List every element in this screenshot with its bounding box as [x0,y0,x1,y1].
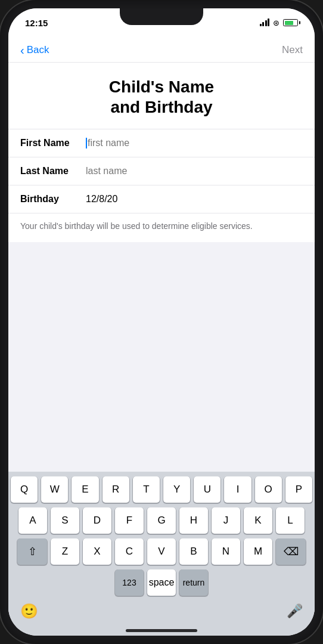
keyboard-rows: Q W E R T Y U I O P A S D F G [8,472,315,598]
page-title: Child's Nameand Birthday [8,63,315,129]
bottom-bar: 🙂 🎤 [8,598,315,629]
back-label: Back [27,44,49,56]
key-m[interactable]: M [244,538,272,565]
key-b[interactable]: B [179,538,208,565]
keyboard-row-4: 123 space return [11,569,312,596]
battery-icon [283,19,298,26]
status-icons: ⊛ [260,18,299,27]
birthday-label: Birthday [20,194,86,205]
next-button[interactable]: Next [282,44,303,56]
phone-frame: 12:15 ⊛ ‹ Back Next [0,0,323,644]
birthday-value[interactable]: 12/8/20 [86,194,303,205]
back-button[interactable]: ‹ Back [20,44,49,56]
key-e[interactable]: E [72,476,98,503]
status-time: 12:15 [25,18,48,28]
delete-key[interactable]: ⌫ [276,538,306,565]
helper-text: Your child's birthday will be used to de… [8,213,315,242]
home-indicator [126,629,197,632]
key-t[interactable]: T [133,476,160,503]
last-name-label: Last Name [20,166,86,177]
key-n[interactable]: N [212,538,240,565]
key-k[interactable]: K [244,507,272,534]
key-v[interactable]: V [147,538,176,565]
space-key[interactable]: space [147,569,176,596]
back-chevron-icon: ‹ [20,44,24,56]
keyboard-row-1: Q W E R T Y U I O P [11,476,312,503]
first-name-label: First Name [20,138,86,148]
key-o[interactable]: O [255,476,282,503]
birthday-row: Birthday 12/8/20 [8,185,315,213]
last-name-row: Last Name [8,157,315,185]
key-r[interactable]: R [103,476,129,503]
key-z[interactable]: Z [51,538,79,565]
status-bar: 12:15 ⊛ [8,8,315,37]
first-name-row: First Name [8,129,315,157]
screen: 12:15 ⊛ ‹ Back Next [8,8,315,636]
notch [120,8,203,25]
microphone-icon[interactable]: 🎤 [287,603,303,619]
key-h[interactable]: H [179,507,208,534]
key-g[interactable]: G [147,507,176,534]
key-s[interactable]: S [51,507,79,534]
nav-bar: ‹ Back Next [8,37,315,63]
key-a[interactable]: A [18,507,47,534]
shift-key[interactable]: ⇧ [17,538,47,565]
key-j[interactable]: J [212,507,240,534]
form-section: First Name Last Name Birthday 12/8/20 [8,129,315,213]
key-x[interactable]: X [83,538,111,565]
keyboard-area: Q W E R T Y U I O P A S D F G [8,472,315,636]
key-l[interactable]: L [276,507,305,534]
key-d[interactable]: D [83,507,111,534]
wifi-icon: ⊛ [273,18,279,27]
keyboard-row-2: A S D F G H J K L [11,507,312,534]
emoji-icon[interactable]: 🙂 [20,603,38,620]
keyboard-row-3: ⇧ Z X C V B N M ⌫ [11,538,312,565]
last-name-input[interactable] [86,166,303,177]
key-u[interactable]: U [194,476,220,503]
key-f[interactable]: F [115,507,144,534]
content-area: Child's Nameand Birthday First Name Last… [8,63,315,242]
key-c[interactable]: C [115,538,144,565]
cursor-icon [86,138,87,148]
numbers-key[interactable]: 123 [115,569,144,596]
key-i[interactable]: I [224,476,251,503]
key-w[interactable]: W [41,476,68,503]
key-p[interactable]: P [285,476,312,503]
first-name-input[interactable] [88,138,303,148]
return-key[interactable]: return [179,569,208,596]
key-y[interactable]: Y [163,476,190,503]
battery-fill [285,21,293,25]
key-q[interactable]: Q [11,476,38,503]
signal-icon [260,19,270,26]
